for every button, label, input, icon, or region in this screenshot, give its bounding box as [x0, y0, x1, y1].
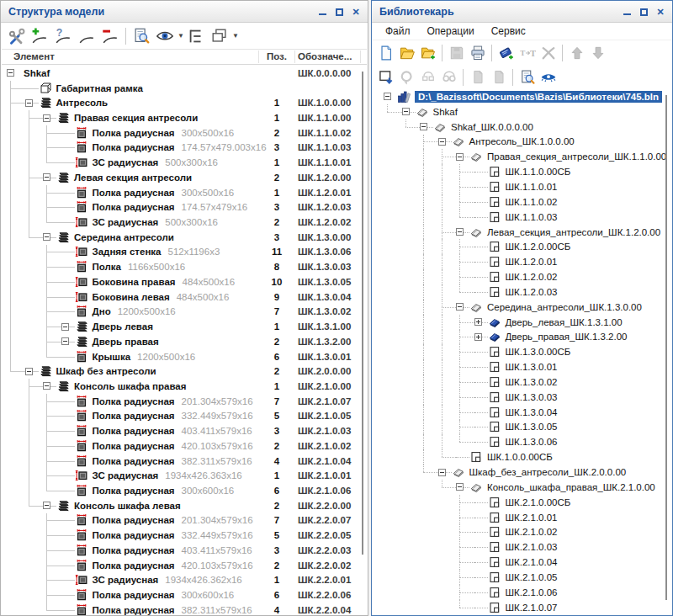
tree-row[interactable]: Дно1200x500x167ШК.1.3.0.02 — [2, 305, 367, 320]
tree-row[interactable]: Полка1166x500x168ШК.1.3.0.03 — [2, 259, 367, 274]
tree-row[interactable]: Полка радиусная332.449x579x165ШК.2.1.0.0… — [2, 409, 367, 424]
tree-row[interactable]: ЗС радиусная500x300x161ШК.1.1.0.01 — [2, 155, 367, 170]
tree-row[interactable]: Левая_секция_антресоли_ШК.1.2.0.00 — [373, 225, 671, 240]
expander-collapse[interactable] — [43, 502, 50, 509]
expander-collapse[interactable] — [43, 382, 50, 390]
tree-row[interactable]: ШК.1.2.0.00СБ — [373, 239, 671, 254]
tree-row[interactable]: Правая секция антресоли1ШК.1.1.0.00 — [2, 110, 367, 125]
tree-row[interactable]: Шкаф без антресоли2ШК.2.0.0.00 — [2, 364, 367, 379]
add-card-button[interactable] — [495, 43, 517, 63]
tree-row[interactable]: ШК.1.2.0.03 — [373, 284, 671, 300]
expander-collapse[interactable] — [43, 233, 50, 241]
chevron-down-icon[interactable]: ▼ — [178, 32, 184, 40]
close-button[interactable]: ✕ — [351, 7, 361, 17]
tree-row[interactable]: ШК.1.1.0.02 — [373, 194, 671, 210]
expander-collapse[interactable] — [61, 323, 69, 331]
menu-item-1[interactable]: Операции — [419, 24, 483, 39]
tree-row[interactable]: Антресоль1ШК.1.0.0.00 — [2, 95, 367, 110]
tree-row[interactable]: Боковина правая484x500x1610ШК.1.3.0.05 — [2, 274, 367, 289]
page-forward-button[interactable] — [488, 67, 509, 88]
tree-row[interactable]: ШК.2.1.0.07 — [373, 600, 671, 615]
help-connector-button[interactable]: ? — [51, 24, 75, 47]
tree-row[interactable]: Shkaf_ШК.0.0.0.00 — [373, 119, 671, 135]
expander-collapse[interactable] — [456, 228, 464, 236]
tree-row[interactable]: ШК.2.1.0.02 — [373, 524, 671, 539]
tree-row[interactable]: Полка радиусная174.57x479x163ШК.1.2.0.03 — [2, 199, 367, 215]
tree-row[interactable]: Полка радиусная420.103x579x162ШК.2.1.0.0… — [2, 438, 367, 454]
tree-row[interactable]: Габаритная рамка — [2, 81, 367, 96]
tree-row[interactable]: Полка радиусная420.103x579x162ШК.2.2.0.0… — [2, 558, 367, 573]
add-folder-button[interactable] — [417, 43, 438, 63]
expander-collapse[interactable] — [384, 93, 391, 100]
expander-collapse[interactable] — [61, 337, 69, 345]
tree-row[interactable]: Дверь правая2ШК.1.3.2.00 — [2, 334, 367, 349]
move-down-button[interactable] — [587, 43, 608, 63]
tree-row[interactable]: ШК.1.3.0.06 — [373, 434, 671, 449]
tree-row[interactable]: Полка радиусная382.311x579x164ШК.2.2.0.0… — [2, 603, 367, 615]
tree-row[interactable]: ShkafШК.0.0.0.00 — [2, 66, 367, 81]
menu-item-0[interactable]: Файл — [377, 24, 419, 39]
expander-collapse[interactable] — [456, 483, 464, 491]
tree-row[interactable]: ШК.1.1.0.03 — [373, 210, 671, 225]
add-connector-button[interactable] — [28, 24, 51, 47]
preview-doc-button[interactable] — [130, 24, 153, 47]
print-button[interactable] — [467, 43, 488, 63]
right-scrollbar[interactable] — [665, 95, 667, 600]
tools-button[interactable] — [4, 24, 28, 47]
tree-row[interactable]: Середина антресоли3ШК.1.3.0.00 — [2, 230, 367, 245]
tree-row[interactable]: ШК.2.1.0.05 — [373, 570, 671, 585]
tree-row[interactable]: Полка радиусная201.304x579x167ШК.2.1.0.0… — [2, 394, 367, 409]
tree-row[interactable]: Полка радиусная403.411x579x163ШК.2.1.0.0… — [2, 423, 367, 438]
tree-row[interactable]: Консоль шкафа правая1ШК.2.1.0.00 — [2, 379, 367, 394]
tree-row[interactable]: Задняя стенка512x1196x311ШК.1.3.0.06 — [2, 245, 367, 260]
column-element[interactable]: Элемент — [13, 51, 55, 61]
tree-row[interactable]: Полка радиусная174.57x479.003x163ШК.1.1.… — [2, 141, 367, 156]
tree-row[interactable]: Полка радиусная300x600x166ШК.2.2.0.06 — [2, 587, 367, 603]
links-button[interactable] — [438, 67, 459, 88]
expander-collapse[interactable] — [438, 469, 446, 476]
tree-row[interactable]: Полка радиусная300x500x161ШК.1.2.0.01 — [2, 185, 367, 200]
tree-row[interactable]: Дверь_левая_ШК.1.3.1.00 — [373, 315, 671, 330]
open-folder-button[interactable] — [396, 43, 417, 63]
tree-row[interactable]: ШК.2.1.0.01 — [373, 510, 671, 525]
visibility-eye-button[interactable] — [153, 24, 177, 47]
tree-row[interactable]: ШК.1.3.0.03 — [373, 390, 671, 405]
tree-row[interactable]: ЗС радиусная1934x426.363x161ШК.2.1.0.01 — [2, 468, 367, 483]
tree-row[interactable]: Полка радиусная403.411x579x163ШК.2.2.0.0… — [2, 543, 367, 558]
tree-row[interactable]: ШК.1.2.0.01 — [373, 254, 671, 269]
eye-blue-button[interactable] — [538, 67, 559, 88]
tree-row[interactable]: ЗС радиусная1934x426.362x161ШК.2.2.0.01 — [2, 572, 367, 587]
tree-row[interactable]: Полка радиусная300x500x162ШК.1.1.0.02 — [2, 125, 367, 141]
preview-doc-button[interactable] — [517, 67, 538, 88]
tree-row[interactable]: ШК.1.3.0.02 — [373, 374, 671, 390]
tree-row[interactable]: Полка радиусная201.304x579x167ШК.2.2.0.0… — [2, 513, 367, 528]
connector-button[interactable] — [75, 24, 98, 47]
tree-row[interactable]: Правая_секция_антресоли_ШК.1.1.0.00 — [373, 149, 671, 164]
minimize-button[interactable] — [317, 7, 327, 17]
tree-row[interactable]: ШК.2.1.0.00СБ — [373, 495, 671, 510]
tree-row[interactable]: Крышка1200x500x166ШК.1.3.0.01 — [2, 349, 367, 364]
save-button[interactable] — [446, 43, 467, 63]
cascade-button[interactable] — [208, 24, 231, 47]
page-back-button[interactable] — [467, 67, 488, 88]
left-scrollbar[interactable] — [362, 72, 363, 555]
remove-connector-button[interactable] — [98, 24, 122, 47]
tree-row[interactable]: Шкаф_без_антресоли_ШК.2.0.0.00 — [373, 465, 671, 480]
expander-collapse[interactable] — [456, 153, 464, 161]
tree-row[interactable]: D:\_Bazissoft\Documents\Bazis\Библиотеки… — [373, 89, 671, 104]
tree-row[interactable]: Боковина левая484x500x169ШК.1.3.0.04 — [2, 289, 367, 305]
tree-row[interactable]: ШК.1.1.0.00СБ — [373, 164, 671, 179]
column-designation[interactable]: Обозначе... — [298, 51, 352, 61]
expander-expand[interactable] — [474, 333, 482, 341]
expander-collapse[interactable] — [43, 114, 50, 122]
expander-collapse[interactable] — [402, 108, 410, 115]
tree-row[interactable]: ШК.1.3.0.04 — [373, 405, 671, 420]
rename-button[interactable]: TT — [517, 43, 538, 63]
expander-collapse[interactable] — [420, 123, 427, 130]
tree-row[interactable]: Полка радиусная332.449x579x165ШК.2.2.0.0… — [2, 528, 367, 543]
maximize-button[interactable] — [639, 7, 649, 17]
tree-row[interactable]: ШК.2.1.0.06 — [373, 585, 671, 600]
tree-row[interactable]: ШК.1.0.0.00СБ — [373, 449, 671, 465]
tree-row[interactable]: ШК.1.1.0.01 — [373, 179, 671, 194]
tree-row[interactable]: ШК.1.3.0.05 — [373, 420, 671, 435]
